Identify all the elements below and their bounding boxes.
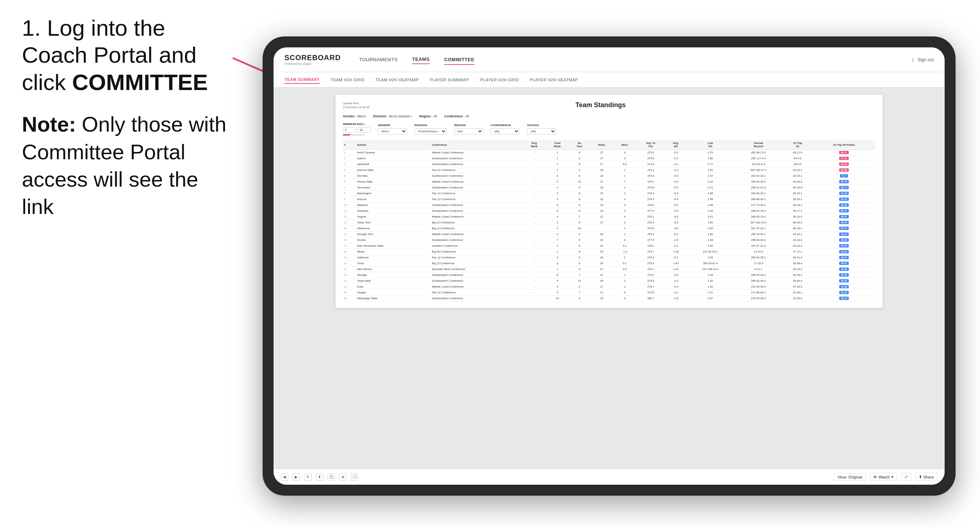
cell-adj-par: 273.6 <box>636 156 665 162</box>
sub-nav-player-h2h-heatmap[interactable]: PLAYER H2H HEATMAP <box>530 76 578 83</box>
cell-low-sg: 2.37 <box>686 173 735 179</box>
panel-header: Update time: 27/03/2024 16:56:26 Team St… <box>343 101 875 110</box>
toolbar-bookmark-icon[interactable]: 📋 <box>328 473 335 481</box>
cell-points: 60.23 <box>813 197 875 202</box>
share-btn[interactable]: ⬆ Share <box>915 473 937 481</box>
sub-nav-player-h2h-grid[interactable]: PLAYER H2H GRID <box>480 76 519 83</box>
cell-wins: 5.1 <box>614 243 636 249</box>
min-val2-input[interactable] <box>358 127 371 133</box>
cell-overall: 268 82-18-3 <box>735 208 783 214</box>
table-row: 24 Duke Atlantic Coast Conference - 5 9 … <box>343 284 875 290</box>
filter-gender: Gender: Men's <box>343 114 366 118</box>
cell-adj-par: 279.5 <box>636 290 665 295</box>
col-overall: OverallRecord <box>735 140 783 150</box>
region-select[interactable]: N/A <box>454 128 483 135</box>
cell-wins: 2 <box>614 220 636 225</box>
cell-adj-par: 277.0 <box>636 208 665 214</box>
header-left: SCOREBOARD Powered by clippd TOURNAMENTS… <box>285 54 474 66</box>
cell-conf-rank: 1 <box>546 150 569 156</box>
cell-conf-rank: 1 <box>546 243 569 249</box>
cell-conference: Southeastern Conference <box>431 295 523 302</box>
cell-rank: 3 <box>343 162 356 167</box>
cell-conf-rank: 7 <box>546 237 569 243</box>
table-row: 8 Washington Pac-12 Conference - 2 8 23 … <box>343 190 875 197</box>
cell-low-sg: 2.77 <box>686 162 735 167</box>
cell-conference: Southern Conference <box>431 243 523 249</box>
cell-points: 38.54 <box>813 272 875 278</box>
toolbar-expand-btn[interactable]: ⤢ <box>901 473 911 481</box>
filter-region-value: All <box>433 114 437 118</box>
toolbar-share-icon[interactable]: ⬆ <box>316 473 323 481</box>
cell-top25: 40-26-2 <box>782 179 813 185</box>
sub-nav-team-h2h-heatmap[interactable]: TEAM H2H HEATMAP <box>375 76 419 83</box>
sub-nav-player-summary[interactable]: PLAYER SUMMARY <box>430 76 469 83</box>
cell-conference: Pac-12 Conference <box>431 290 523 295</box>
min-val1-input[interactable] <box>343 127 356 133</box>
view-original-label: View: Original <box>837 475 862 479</box>
cell-sg: -4.0 <box>665 167 686 173</box>
table-row: 21 New Mexico Mountain West Conference -… <box>343 267 875 272</box>
cell-points: 42.98 <box>813 284 875 290</box>
toolbar-reload-icon[interactable]: ↻ <box>304 473 312 481</box>
cell-points: 45.91 <box>813 260 875 267</box>
cell-rank: 18 <box>343 249 356 255</box>
cell-top25: 29-15-1 <box>782 173 813 179</box>
instruction-area: 1. Log into the Coach Portal and click C… <box>22 14 234 221</box>
cell-rnds: 23 <box>590 190 614 197</box>
cell-school: Vanderbilt <box>356 162 431 167</box>
app-header: SCOREBOARD Powered by clippd TOURNAMENTS… <box>274 48 945 72</box>
sub-nav-team-h2h-grid[interactable]: TEAM H2H GRID <box>331 76 365 83</box>
cell-low-sg: 1.30 <box>686 278 735 284</box>
cell-wins: 0 <box>614 290 636 295</box>
sign-out-link[interactable]: Sign out <box>918 57 934 62</box>
cell-points: 38.47 <box>813 232 875 237</box>
view-original-btn[interactable]: View: Original <box>834 473 865 481</box>
cell-top25: 39-20-1 <box>782 190 813 197</box>
table-row: 26 Mississippi State Southeastern Confer… <box>343 295 875 302</box>
cell-top25: 33-44-3 <box>782 278 813 284</box>
table-row: 5 Ole Miss Southeastern Conference - 3 6… <box>343 173 875 179</box>
cell-wins: 2 <box>614 185 636 190</box>
update-time-label: Update time: <box>343 101 369 105</box>
cell-rnds: 21 <box>590 272 614 278</box>
cell-sg: -3.1 <box>665 290 686 295</box>
nav-committee[interactable]: COMMITTEE <box>444 56 474 64</box>
cell-top25: 34-24-2 <box>782 237 813 243</box>
control-region: Region N/A <box>454 124 483 135</box>
cell-reg-rank: - <box>523 220 546 225</box>
cell-no-tour: 8 <box>569 208 590 214</box>
cell-conference: Southeastern Conference <box>431 237 523 243</box>
sub-nav-team-summary[interactable]: TEAM SUMMARY <box>285 76 320 84</box>
cell-top25: 40-19-0 <box>782 185 813 190</box>
toolbar-back-icon[interactable]: ◀ <box>281 473 288 481</box>
cell-rank: 1 <box>343 150 356 156</box>
table-row: 19 California Pac-12 Conference - 4 8 24… <box>343 255 875 260</box>
cell-conf-rank: 1 <box>546 249 569 255</box>
eye-icon: 👁 <box>873 475 877 479</box>
cell-sg: -6.0 <box>665 214 686 220</box>
cell-rnds: 26 <box>590 167 614 173</box>
cell-wins: 0.7 <box>614 260 636 267</box>
division-select[interactable]: NCAA Division I <box>414 128 447 135</box>
cell-rnds: 23 <box>590 249 614 255</box>
conference-select[interactable]: (All) <box>490 128 520 135</box>
watch-btn[interactable]: 👁 Watch ▾ <box>870 473 897 481</box>
cell-points: 45.58 <box>813 267 875 272</box>
toolbar-more-icon[interactable]: ⊕ <box>339 473 347 481</box>
school-select[interactable]: (All) <box>527 128 556 135</box>
cell-no-tour: 8 <box>569 190 590 197</box>
gender-select[interactable]: Men's <box>378 128 407 135</box>
cell-points: 80.71 <box>813 208 875 214</box>
cell-no-tour: 9 <box>569 150 590 156</box>
toolbar-clock-icon[interactable]: 🕐 <box>351 473 358 481</box>
col-top50-points: Vs Top 50 Points <box>813 140 875 150</box>
cell-overall: 258 80-25-2 <box>735 237 783 243</box>
cell-low-sg: 2.70 <box>686 150 735 156</box>
nav-teams[interactable]: TEAMS <box>412 55 430 64</box>
cell-low-sg: 2.20 <box>686 179 735 185</box>
cell-points: 38.13 <box>813 295 875 302</box>
nav-tournaments[interactable]: TOURNAMENTS <box>359 56 398 64</box>
cell-rank: 8 <box>343 190 356 197</box>
toolbar-forward-icon[interactable]: ▶ <box>293 473 300 481</box>
slider-track[interactable] <box>343 134 365 136</box>
